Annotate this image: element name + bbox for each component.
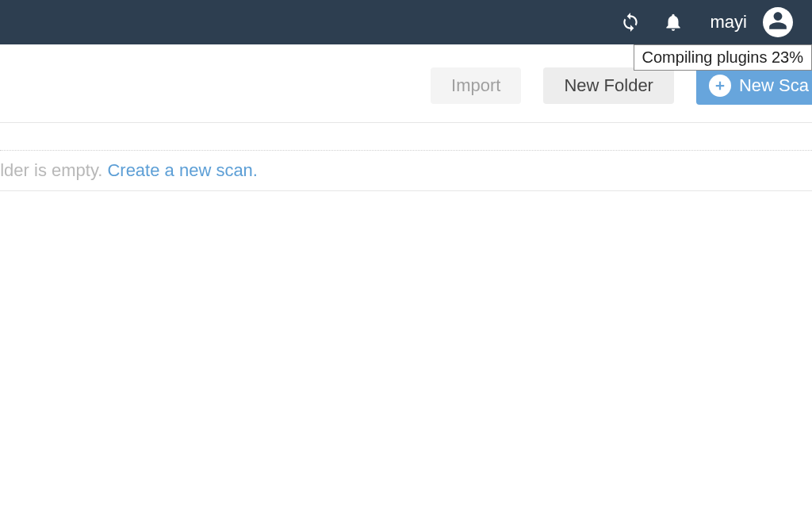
plus-icon [709,75,731,97]
new-scan-label: New Sca [739,75,812,96]
username-label: mayi [710,12,747,33]
empty-state-row: older is empty. Create a new scan. [0,151,812,191]
status-tooltip: Compiling plugins 23% [634,44,812,71]
header-bar: mayi [0,0,812,44]
avatar[interactable] [763,7,793,37]
user-icon [768,10,788,34]
create-scan-link[interactable]: Create a new scan. [107,160,258,181]
import-button[interactable]: Import [431,67,521,104]
refresh-icon[interactable] [620,12,641,33]
new-folder-button[interactable]: New Folder [543,67,673,104]
notifications-icon[interactable] [663,12,684,33]
empty-text: older is empty. [0,160,102,181]
new-scan-button[interactable]: New Sca [696,67,812,105]
